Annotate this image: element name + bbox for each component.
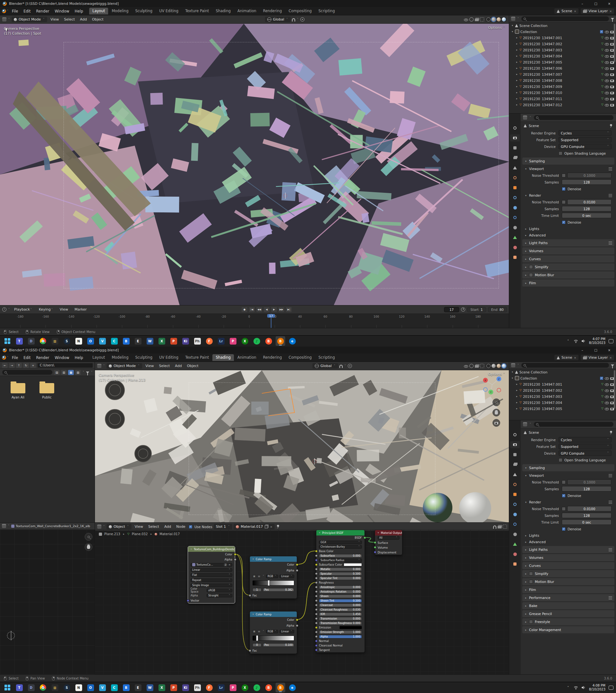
outliner-item[interactable]: ▸▽20191230_134947.003▽ xyxy=(509,47,616,53)
input-socket[interactable] xyxy=(315,626,318,629)
taskbar-app-outlook[interactable]: O xyxy=(86,336,95,346)
close-button[interactable]: × xyxy=(602,346,616,354)
transport-play-reverse-button[interactable]: ◀ xyxy=(264,307,270,312)
workspace-tab-scripting[interactable]: Scripting xyxy=(315,354,338,361)
nav-back-button[interactable]: ← xyxy=(2,363,8,368)
taskbar-app-photos[interactable]: Ph xyxy=(193,336,202,346)
shading-mode-wireframe[interactable] xyxy=(486,17,491,21)
viewport-menu-add[interactable]: Add xyxy=(173,363,183,369)
input-socket[interactable] xyxy=(249,649,251,652)
subsurface-slider[interactable]: Subsurface0.000 xyxy=(319,554,362,558)
taskbar-clock[interactable]: 4:07 PM8/10/2023 xyxy=(589,337,605,345)
properties-tab-particles[interactable] xyxy=(510,511,520,518)
output-socket[interactable] xyxy=(296,569,298,572)
hide-in-viewport-toggle[interactable] xyxy=(605,31,609,33)
input-socket[interactable] xyxy=(315,608,318,611)
properties-tab-physics[interactable] xyxy=(510,214,520,221)
input-socket[interactable] xyxy=(315,550,318,553)
subsection-advanced[interactable]: ▸Advanced xyxy=(521,232,616,238)
display-mode-3[interactable]: ▧ xyxy=(75,370,81,375)
section-menu-icon[interactable] xyxy=(609,194,612,197)
specular-slider[interactable]: Specular0.500 xyxy=(319,572,362,576)
shading-mode-solid[interactable] xyxy=(492,364,496,368)
node-header[interactable]: ▾Color Ramp xyxy=(250,556,297,562)
frame-start-field[interactable]: Start1 xyxy=(467,307,486,312)
input-socket[interactable] xyxy=(187,599,189,602)
sheen-slider[interactable]: Sheen0.000 xyxy=(319,594,362,598)
stop-position-slider[interactable]: Pos0.382 xyxy=(263,588,294,592)
flat-select[interactable]: Flat˅ xyxy=(191,573,232,577)
add-stop-button[interactable]: + xyxy=(253,630,256,633)
section-light-paths[interactable]: ▸Light Paths xyxy=(522,546,614,553)
view-layer-selector[interactable]: View Layer× xyxy=(581,355,614,360)
input-socket[interactable] xyxy=(315,613,318,615)
workspace-tab-modeling[interactable]: Modeling xyxy=(108,354,132,361)
render-samples-field[interactable]: 128 xyxy=(562,206,612,212)
disable-in-render-toggle[interactable] xyxy=(610,98,614,100)
pan-button[interactable] xyxy=(85,543,93,551)
hide-in-viewport-toggle[interactable] xyxy=(605,86,609,88)
window-titlebar[interactable]: Blender* [I:\SSD C\Blender\.blend Models… xyxy=(0,346,616,354)
transport-jump-end-button[interactable]: ▶| xyxy=(286,307,292,312)
view-layer-unlink-icon[interactable]: × xyxy=(609,356,612,359)
image-editor-canvas[interactable] xyxy=(0,530,95,674)
scene-selector[interactable]: Scene× xyxy=(554,8,578,14)
workspace-tab-texture-paint[interactable]: Texture Paint xyxy=(182,8,212,15)
hide-in-viewport-toggle[interactable] xyxy=(605,43,609,45)
timeline-playhead[interactable]: 17 xyxy=(271,314,272,328)
subsection-advanced[interactable]: ▸Advanced xyxy=(521,539,616,545)
subsection-viewport[interactable]: ▾Viewport xyxy=(521,165,616,172)
taskbar-app-file-explorer[interactable]: ▥ xyxy=(50,336,60,346)
remove-stop-button[interactable]: − xyxy=(257,575,261,578)
outliner-search[interactable] xyxy=(521,16,609,21)
render-denoise-checkbox[interactable]: ✓ xyxy=(562,220,565,224)
input-socket[interactable] xyxy=(249,594,251,597)
input-socket[interactable] xyxy=(374,551,376,553)
properties-tab-material[interactable] xyxy=(510,244,520,251)
properties-tab-tool[interactable] xyxy=(510,431,520,438)
timeline-menu-view[interactable]: View xyxy=(57,307,71,312)
editor-type-icon[interactable] xyxy=(511,363,515,368)
volume-icon[interactable] xyxy=(581,685,586,690)
workspace-tab-layout[interactable]: Layout xyxy=(89,8,108,15)
image-datablock[interactable]: TexturesCo…2× xyxy=(191,563,232,567)
transport-next-keyframe-button[interactable]: ▶▶ xyxy=(278,307,284,312)
taskbar-app-blue-app[interactable]: B xyxy=(121,336,131,346)
shading-mode-wireframe[interactable] xyxy=(486,364,491,368)
xray-toggle-icon[interactable] xyxy=(480,17,484,21)
node-color-ramp-2[interactable]: ▾Color RampColorAlpha+−˅RGB˅Linear˅0Pos0… xyxy=(250,611,297,654)
maximize-button[interactable]: □ xyxy=(589,346,602,354)
outliner-scrollbar[interactable] xyxy=(614,370,615,409)
viewport-samples-field[interactable]: 128 xyxy=(562,179,612,185)
snap-magnet-icon[interactable] xyxy=(339,365,343,368)
properties-tab-modifiers[interactable] xyxy=(510,501,520,508)
section-menu-icon[interactable] xyxy=(609,242,612,244)
osl-checkbox[interactable] xyxy=(559,152,562,155)
node-header[interactable]: ▾Principled BSDF xyxy=(316,530,364,535)
feature-set-select[interactable]: Supported˅ xyxy=(559,444,612,449)
use-nodes-checkbox[interactable]: ✓ xyxy=(188,525,193,529)
input-socket[interactable] xyxy=(315,563,318,566)
taskbar-start-button[interactable] xyxy=(3,336,12,346)
outliner-item[interactable]: ▸▽20191230_134947.009▽ xyxy=(509,83,616,90)
taskbar-app-firefox[interactable]: F xyxy=(204,336,214,346)
viewport-noise-threshold-field[interactable]: 0.1000 xyxy=(567,479,612,485)
render-engine-select[interactable]: Cycles˅ xyxy=(559,130,612,136)
motion-blur-checkbox[interactable] xyxy=(529,273,533,277)
taskbar-app-word[interactable]: W xyxy=(145,336,155,346)
properties-tab-modifiers[interactable] xyxy=(510,194,520,201)
properties-tab-physics[interactable] xyxy=(510,521,520,528)
file-filter-icon[interactable] xyxy=(86,372,89,373)
workspace-tab-animation[interactable]: Animation xyxy=(234,354,260,361)
section-menu-icon[interactable] xyxy=(609,501,612,504)
transform-orientation-select[interactable]: Global˅ xyxy=(265,17,291,22)
workspace-tab-compositing[interactable]: Compositing xyxy=(285,354,315,361)
display-mode-0[interactable]: ▤ xyxy=(54,370,60,375)
menu-window[interactable]: Window xyxy=(52,355,72,361)
editor-type-icon[interactable] xyxy=(2,17,6,21)
taskbar-app-discord[interactable]: D xyxy=(26,336,36,346)
anisotropic-rotation-slider[interactable]: Anisotropic Rotation0.000 xyxy=(319,590,362,594)
view-layer-selector[interactable]: View Layer× xyxy=(581,8,614,14)
simplify-checkbox[interactable] xyxy=(529,265,533,269)
outliner-item[interactable]: ▸▽20191230_134947.010▽ xyxy=(509,90,616,96)
